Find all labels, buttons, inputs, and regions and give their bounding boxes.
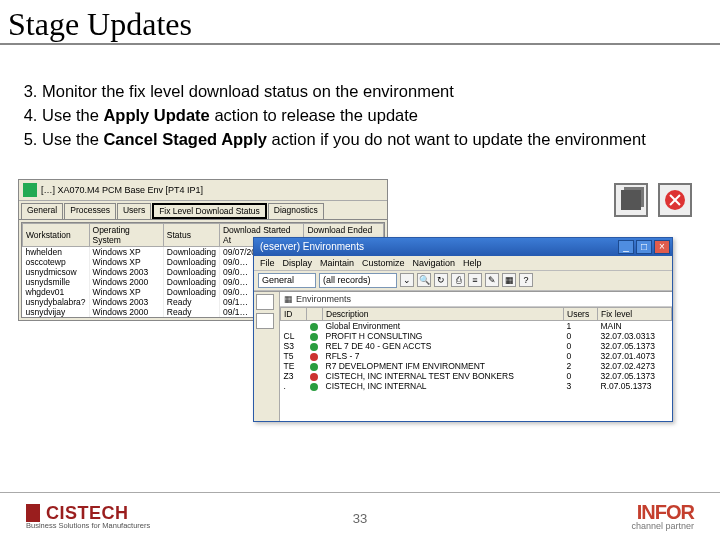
tab-processes[interactable]: Processes [64,203,116,219]
menu-navigation[interactable]: Navigation [413,258,456,268]
app-icon [23,183,37,197]
col-os[interactable]: Operating System [89,223,163,246]
sidebar-card-icon[interactable] [256,294,274,310]
menu-maintain[interactable]: Maintain [320,258,354,268]
view-selector[interactable]: General [258,273,316,288]
bullet-4: Use the Apply Update action to release t… [42,104,692,126]
bullet-5: Use the Cancel Staged Apply action if yo… [42,128,692,150]
maximize-button[interactable]: □ [636,240,652,254]
win2-menubar: File Display Maintain Customize Navigati… [254,256,672,271]
bullet-3: Monitor the fix level download status on… [42,80,692,102]
table-row[interactable]: .CISTECH, INC INTERNAL3R.07.05.1373 [281,381,672,391]
tab-diagnostics[interactable]: Diagnostics [268,203,324,219]
apply-update-icon[interactable] [614,183,648,217]
win1-title: […] XA070.M4 PCM Base Env [PT4 IP1] [41,185,203,195]
grid-icon[interactable]: ▦ [502,273,516,287]
menu-display[interactable]: Display [283,258,313,268]
find-icon[interactable]: 🔍 [417,273,431,287]
screenshot-area: […] XA070.M4 PCM Base Env [PT4 IP1] Gene… [18,179,702,409]
table-row[interactable]: S3REL 7 DE 40 - GEN ACCTS032.07.05.1373 [281,341,672,351]
filter-selector[interactable]: (all records) [319,273,397,288]
win2-main: ▦ Environments ID Description Users Fix … [280,292,672,421]
win2-title: (eserver) Environments [256,241,616,252]
status-dot-icon [310,373,318,381]
chart-icon[interactable]: ≡ [468,273,482,287]
col-status[interactable] [307,307,323,320]
status-dot-icon [310,363,318,371]
tab-users[interactable]: Users [117,203,151,219]
table-row[interactable]: CLPROFIT H CONSULTING032.07.03.0313 [281,331,672,341]
win2-sidebar [254,292,280,421]
page-number: 33 [353,511,367,526]
menu-customize[interactable]: Customize [362,258,405,268]
table-row[interactable]: Global Environment1MAIN [281,320,672,331]
print-icon[interactable]: ⎙ [451,273,465,287]
status-dot-icon [310,343,318,351]
win2-toolbar: General (all records) ⌄ 🔍 ↻ ⎙ ≡ ✎ ▦ ? [254,271,672,291]
edit-icon[interactable]: ✎ [485,273,499,287]
panel-label: ▦ Environments [280,292,672,307]
slide-title: Stage Updates [0,0,720,45]
infor-logo: INFOR channel partner [631,502,694,531]
cistech-logo: CISTECH Business Solutions for Manufactu… [26,504,150,530]
status-dot-icon [310,333,318,341]
col-id[interactable]: ID [281,307,307,320]
table-row[interactable]: Z3CISTECH, INC INTERNAL TEST ENV BONKERS… [281,371,672,381]
minimize-button[interactable]: _ [618,240,634,254]
table-row[interactable]: TER7 DEVELOPMENT IFM ENVIRONMENT232.07.0… [281,361,672,371]
refresh-icon[interactable]: ↻ [434,273,448,287]
col-status[interactable]: Status [163,223,219,246]
menu-file[interactable]: File [260,258,275,268]
menu-help[interactable]: Help [463,258,482,268]
sidebar-list-icon[interactable] [256,313,274,329]
status-dot-icon [310,353,318,361]
win2-titlebar[interactable]: (eserver) Environments _ □ × [254,238,672,256]
toolbar-icon[interactable]: ⌄ [400,273,414,287]
panel-icon: ▦ [284,294,293,304]
table-row[interactable]: T5RFLS - 7032.07.01.4073 [281,351,672,361]
status-dot-icon [310,383,318,391]
environments-window: (eserver) Environments _ □ × File Displa… [253,237,673,422]
close-button[interactable]: × [654,240,670,254]
col-fixlevel[interactable]: Fix level [598,307,672,320]
help-icon[interactable]: ? [519,273,533,287]
cancel-staged-icon[interactable] [658,183,692,217]
status-dot-icon [310,323,318,331]
col-description[interactable]: Description [323,307,564,320]
tab-general[interactable]: General [21,203,63,219]
win1-tabs: General Processes Users Fix Level Downlo… [19,201,387,220]
bullet-list: Monitor the fix level download status on… [0,62,720,163]
action-icons [614,183,692,217]
col-users[interactable]: Users [564,307,598,320]
col-workstation[interactable]: Workstation [23,223,90,246]
tab-fix-level[interactable]: Fix Level Download Status [152,203,267,219]
env-grid[interactable]: ID Description Users Fix level Global En… [280,307,672,391]
win1-titlebar[interactable]: […] XA070.M4 PCM Base Env [PT4 IP1] [19,180,387,201]
